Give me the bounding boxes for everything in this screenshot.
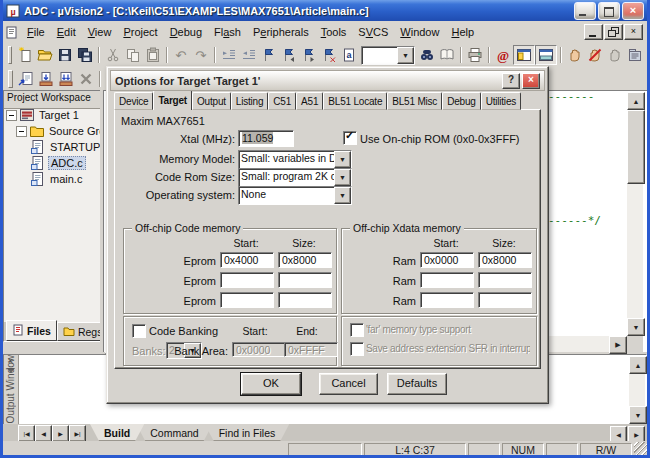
- scroll-down-icon[interactable]: ▼: [627, 318, 645, 336]
- search-input[interactable]: [362, 47, 397, 64]
- toggle-bookmark-icon[interactable]: [259, 46, 279, 64]
- tab-next-icon[interactable]: ▶: [52, 425, 69, 442]
- mdi-restore-button[interactable]: [604, 24, 623, 40]
- menu-file[interactable]: File: [21, 24, 51, 40]
- maximize-button[interactable]: [598, 2, 620, 20]
- memory-model-dropdown[interactable]: Small: variables in DATA ▼: [238, 150, 352, 169]
- save-icon[interactable]: [55, 46, 75, 64]
- indent-icon[interactable]: [219, 46, 239, 64]
- menu-window[interactable]: Window: [394, 24, 445, 40]
- eprom3-size-field[interactable]: [278, 292, 332, 308]
- collapse-toggle[interactable]: [6, 110, 17, 121]
- find-in-files-icon[interactable]: a: [339, 46, 359, 64]
- tab-device[interactable]: Device: [114, 92, 153, 110]
- tab-first-icon[interactable]: |◀: [18, 425, 35, 442]
- tab-last-icon[interactable]: ▶|: [69, 425, 86, 442]
- minimize-button[interactable]: [574, 2, 596, 20]
- xtal-field[interactable]: 11.059: [238, 130, 294, 147]
- tab-listing[interactable]: Listing: [231, 92, 269, 110]
- menu-flash[interactable]: Flash: [208, 24, 247, 40]
- onchip-rom-checkbox[interactable]: ✓: [343, 131, 357, 145]
- ram1-start-field[interactable]: 0x0000: [420, 252, 474, 268]
- tab-output[interactable]: Output: [192, 92, 231, 110]
- close-button[interactable]: ×: [622, 2, 644, 20]
- menu-project[interactable]: Project: [117, 24, 163, 40]
- open-file-icon[interactable]: [35, 46, 55, 64]
- output-vertical-scrollbar[interactable]: ▲ ▼: [629, 356, 645, 424]
- ok-button[interactable]: OK: [241, 373, 301, 395]
- ram1-size-field[interactable]: 0x8000: [478, 252, 532, 268]
- editor-vertical-scrollbar[interactable]: ▲ ▼: [627, 92, 643, 336]
- chevron-down-icon[interactable]: ▼: [397, 47, 414, 64]
- mdi-child-icon[interactable]: [5, 26, 18, 39]
- tab-bl51-misc[interactable]: BL51 Misc: [387, 92, 442, 110]
- find-icon[interactable]: [417, 46, 437, 64]
- view-icon[interactable]: @: [493, 46, 513, 64]
- menu-view[interactable]: View: [82, 24, 118, 40]
- eprom2-start-field[interactable]: [220, 272, 274, 288]
- tree-item-startup[interactable]: STARTUP: [4, 139, 101, 155]
- build-target-icon[interactable]: [36, 70, 56, 88]
- save-all-icon[interactable]: [75, 46, 95, 64]
- menu-help[interactable]: Help: [445, 24, 480, 40]
- tree-item-source-group[interactable]: Source Group: [4, 123, 101, 139]
- scrollbar-thumb[interactable]: [627, 110, 645, 184]
- collapse-toggle[interactable]: [16, 126, 27, 137]
- ram2-size-field[interactable]: [478, 272, 532, 288]
- tab-build[interactable]: Build: [90, 424, 144, 441]
- toolbar-grip[interactable]: [8, 70, 13, 88]
- ram3-size-field[interactable]: [478, 292, 532, 308]
- help-icon[interactable]: ?: [502, 73, 520, 89]
- scroll-right-icon[interactable]: ▶: [609, 336, 627, 354]
- tree-label[interactable]: Source Group: [47, 125, 101, 137]
- tab-command[interactable]: Command: [136, 424, 212, 441]
- os-dropdown[interactable]: None ▼: [238, 186, 352, 205]
- mdi-close-button[interactable]: ×: [624, 24, 643, 40]
- tab-utilities[interactable]: Utilities: [481, 92, 521, 110]
- tree-item-adc[interactable]: ADC.c: [4, 155, 101, 171]
- mdi-minimize-button[interactable]: [584, 24, 603, 40]
- menu-debug[interactable]: Debug: [164, 24, 208, 40]
- clear-bookmarks-icon[interactable]: [319, 46, 339, 64]
- toolbar-grip[interactable]: [8, 46, 12, 64]
- menu-peripherals[interactable]: Peripherals: [247, 24, 315, 40]
- chevron-down-icon[interactable]: ▼: [334, 151, 351, 168]
- code-rom-dropdown[interactable]: Small: program 2K or less ▼: [238, 168, 352, 187]
- incremental-find-icon[interactable]: [437, 46, 457, 64]
- defaults-button[interactable]: Defaults: [387, 373, 447, 395]
- tab-target[interactable]: Target: [153, 91, 192, 110]
- tab-bl51-locate[interactable]: BL51 Locate: [323, 92, 387, 110]
- eprom2-size-field[interactable]: [278, 272, 332, 288]
- outdent-icon[interactable]: [239, 46, 259, 64]
- search-combobox[interactable]: ▼: [361, 46, 415, 65]
- tab-files[interactable]: Files: [6, 320, 57, 341]
- resize-grip[interactable]: [634, 442, 647, 455]
- tree-label[interactable]: Target 1: [37, 109, 81, 121]
- eprom1-start-field[interactable]: 0x4000: [220, 252, 274, 268]
- tree-label[interactable]: main.c: [48, 173, 84, 185]
- scroll-up-icon[interactable]: ▲: [627, 92, 645, 110]
- new-file-icon[interactable]: [15, 46, 35, 64]
- eprom1-size-field[interactable]: 0x8000: [278, 252, 332, 268]
- tab-c51[interactable]: C51: [268, 92, 296, 110]
- menu-edit[interactable]: Edit: [51, 24, 82, 40]
- chevron-down-icon[interactable]: ▼: [334, 169, 351, 186]
- tree-label-selected[interactable]: ADC.c: [48, 156, 86, 170]
- menu-tools[interactable]: Tools: [315, 24, 353, 40]
- rebuild-all-icon[interactable]: [56, 70, 76, 88]
- scroll-down-icon[interactable]: ▼: [629, 406, 647, 424]
- chevron-down-icon[interactable]: ▼: [334, 187, 351, 204]
- options-icon[interactable]: [625, 46, 645, 64]
- output-window-icon[interactable]: [535, 45, 557, 65]
- menu-svcs[interactable]: SVCS: [352, 24, 394, 40]
- code-banking-checkbox[interactable]: [132, 324, 146, 338]
- tab-a51[interactable]: A51: [296, 92, 323, 110]
- tab-debug[interactable]: Debug: [442, 92, 480, 110]
- cancel-button[interactable]: Cancel: [319, 373, 378, 395]
- scroll-up-icon[interactable]: ▲: [629, 356, 647, 374]
- kill-breakpoints-icon[interactable]: [585, 46, 605, 64]
- project-window-icon[interactable]: [513, 45, 535, 65]
- tab-prev-icon[interactable]: ◀: [35, 425, 52, 442]
- tab-find-in-files[interactable]: Find in Files: [205, 424, 290, 441]
- translate-file-icon[interactable]: [16, 70, 36, 88]
